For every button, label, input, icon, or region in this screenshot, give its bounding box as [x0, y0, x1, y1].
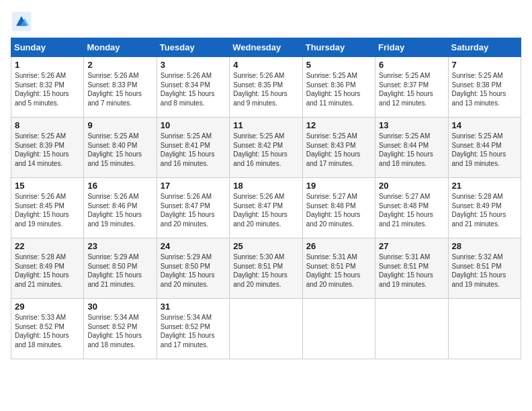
day-detail: Sunrise: 5:25 AM Sunset: 8:41 PM Dayligh…: [161, 132, 226, 168]
calendar-cell: 9 Sunrise: 5:25 AM Sunset: 8:40 PM Dayli…: [84, 118, 157, 178]
logo-icon: [11, 11, 32, 32]
day-number: 8: [15, 120, 80, 130]
day-detail: Sunrise: 5:30 AM Sunset: 8:51 PM Dayligh…: [233, 253, 298, 289]
day-number: 16: [87, 181, 152, 191]
calendar-cell: 5 Sunrise: 5:25 AM Sunset: 8:36 PM Dayli…: [302, 57, 375, 118]
day-number: 24: [161, 241, 226, 251]
calendar-week-row: 1 Sunrise: 5:26 AM Sunset: 8:32 PM Dayli…: [11, 57, 521, 118]
day-detail: Sunrise: 5:29 AM Sunset: 8:50 PM Dayligh…: [161, 253, 226, 289]
day-number: 18: [233, 181, 298, 191]
day-number: 14: [452, 120, 517, 130]
day-number: 27: [379, 241, 444, 251]
day-number: 11: [233, 120, 298, 130]
page-header: [11, 11, 521, 32]
day-detail: Sunrise: 5:28 AM Sunset: 8:49 PM Dayligh…: [15, 253, 80, 289]
calendar-cell: 12 Sunrise: 5:25 AM Sunset: 8:43 PM Dayl…: [302, 118, 375, 178]
weekday-header: Friday: [375, 38, 448, 57]
calendar-cell: 1 Sunrise: 5:26 AM Sunset: 8:32 PM Dayli…: [11, 57, 84, 118]
day-detail: Sunrise: 5:26 AM Sunset: 8:47 PM Dayligh…: [233, 192, 298, 228]
weekday-header: Saturday: [448, 38, 521, 57]
day-number: 28: [452, 241, 517, 251]
day-detail: Sunrise: 5:31 AM Sunset: 8:51 PM Dayligh…: [379, 253, 444, 289]
day-number: 30: [87, 302, 152, 312]
day-detail: Sunrise: 5:28 AM Sunset: 8:49 PM Dayligh…: [452, 192, 517, 228]
calendar-cell: 10 Sunrise: 5:25 AM Sunset: 8:41 PM Dayl…: [157, 118, 229, 178]
calendar-cell: 29 Sunrise: 5:33 AM Sunset: 8:52 PM Dayl…: [11, 299, 84, 359]
calendar-cell: 8 Sunrise: 5:25 AM Sunset: 8:39 PM Dayli…: [11, 118, 84, 178]
day-detail: Sunrise: 5:26 AM Sunset: 8:47 PM Dayligh…: [161, 192, 226, 228]
day-number: 22: [15, 241, 80, 251]
day-number: 1: [15, 60, 80, 70]
day-number: 29: [15, 302, 80, 312]
calendar-cell: 27 Sunrise: 5:31 AM Sunset: 8:51 PM Dayl…: [375, 238, 448, 299]
day-number: 4: [233, 60, 298, 70]
day-detail: Sunrise: 5:25 AM Sunset: 8:38 PM Dayligh…: [452, 71, 517, 107]
calendar-cell: 17 Sunrise: 5:26 AM Sunset: 8:47 PM Dayl…: [157, 178, 229, 238]
calendar-week-row: 29 Sunrise: 5:33 AM Sunset: 8:52 PM Dayl…: [11, 299, 521, 359]
day-number: 17: [161, 181, 226, 191]
calendar-cell: 2 Sunrise: 5:26 AM Sunset: 8:33 PM Dayli…: [84, 57, 157, 118]
calendar-cell: 3 Sunrise: 5:26 AM Sunset: 8:34 PM Dayli…: [157, 57, 229, 118]
day-detail: Sunrise: 5:26 AM Sunset: 8:34 PM Dayligh…: [161, 71, 226, 107]
day-detail: Sunrise: 5:29 AM Sunset: 8:50 PM Dayligh…: [87, 253, 152, 289]
day-number: 5: [306, 60, 371, 70]
calendar-cell: 19 Sunrise: 5:27 AM Sunset: 8:48 PM Dayl…: [302, 178, 375, 238]
calendar-cell: 13 Sunrise: 5:25 AM Sunset: 8:44 PM Dayl…: [375, 118, 448, 178]
day-detail: Sunrise: 5:25 AM Sunset: 8:43 PM Dayligh…: [306, 132, 371, 168]
calendar-cell: 26 Sunrise: 5:31 AM Sunset: 8:51 PM Dayl…: [302, 238, 375, 299]
weekday-header: Wednesday: [230, 38, 302, 57]
day-detail: Sunrise: 5:34 AM Sunset: 8:52 PM Dayligh…: [161, 313, 226, 349]
day-number: 26: [306, 241, 371, 251]
calendar-cell: [302, 299, 375, 359]
weekday-header-row: SundayMondayTuesdayWednesdayThursdayFrid…: [11, 38, 521, 57]
calendar-cell: 22 Sunrise: 5:28 AM Sunset: 8:49 PM Dayl…: [11, 238, 84, 299]
calendar-cell: [448, 299, 521, 359]
day-number: 15: [15, 181, 80, 191]
calendar-cell: 28 Sunrise: 5:32 AM Sunset: 8:51 PM Dayl…: [448, 238, 521, 299]
day-detail: Sunrise: 5:32 AM Sunset: 8:51 PM Dayligh…: [452, 253, 517, 289]
calendar-cell: 11 Sunrise: 5:25 AM Sunset: 8:42 PM Dayl…: [230, 118, 302, 178]
weekday-header: Thursday: [302, 38, 375, 57]
day-number: 7: [452, 60, 517, 70]
weekday-header: Monday: [84, 38, 157, 57]
calendar-cell: 24 Sunrise: 5:29 AM Sunset: 8:50 PM Dayl…: [157, 238, 229, 299]
day-detail: Sunrise: 5:34 AM Sunset: 8:52 PM Dayligh…: [87, 313, 152, 349]
day-number: 23: [87, 241, 152, 251]
logo: [11, 11, 35, 32]
day-detail: Sunrise: 5:25 AM Sunset: 8:40 PM Dayligh…: [87, 132, 152, 168]
day-detail: Sunrise: 5:25 AM Sunset: 8:44 PM Dayligh…: [379, 132, 444, 168]
calendar-cell: 6 Sunrise: 5:25 AM Sunset: 8:37 PM Dayli…: [375, 57, 448, 118]
calendar-cell: 25 Sunrise: 5:30 AM Sunset: 8:51 PM Dayl…: [230, 238, 302, 299]
calendar-cell: 18 Sunrise: 5:26 AM Sunset: 8:47 PM Dayl…: [230, 178, 302, 238]
day-number: 20: [379, 181, 444, 191]
day-detail: Sunrise: 5:31 AM Sunset: 8:51 PM Dayligh…: [306, 253, 371, 289]
calendar-cell: 15 Sunrise: 5:26 AM Sunset: 8:45 PM Dayl…: [11, 178, 84, 238]
day-number: 9: [87, 120, 152, 130]
calendar-cell: [230, 299, 302, 359]
calendar-cell: [375, 299, 448, 359]
calendar-cell: 14 Sunrise: 5:25 AM Sunset: 8:44 PM Dayl…: [448, 118, 521, 178]
day-detail: Sunrise: 5:25 AM Sunset: 8:44 PM Dayligh…: [452, 132, 517, 168]
day-number: 31: [161, 302, 226, 312]
day-detail: Sunrise: 5:25 AM Sunset: 8:42 PM Dayligh…: [233, 132, 298, 168]
calendar-week-row: 15 Sunrise: 5:26 AM Sunset: 8:45 PM Dayl…: [11, 178, 521, 238]
day-number: 19: [306, 181, 371, 191]
day-detail: Sunrise: 5:25 AM Sunset: 8:36 PM Dayligh…: [306, 71, 371, 107]
weekday-header: Tuesday: [157, 38, 229, 57]
day-number: 21: [452, 181, 517, 191]
calendar-cell: 20 Sunrise: 5:27 AM Sunset: 8:48 PM Dayl…: [375, 178, 448, 238]
calendar-cell: 4 Sunrise: 5:26 AM Sunset: 8:35 PM Dayli…: [230, 57, 302, 118]
day-detail: Sunrise: 5:27 AM Sunset: 8:48 PM Dayligh…: [379, 192, 444, 228]
calendar-cell: 16 Sunrise: 5:26 AM Sunset: 8:46 PM Dayl…: [84, 178, 157, 238]
calendar-cell: 30 Sunrise: 5:34 AM Sunset: 8:52 PM Dayl…: [84, 299, 157, 359]
calendar-cell: 7 Sunrise: 5:25 AM Sunset: 8:38 PM Dayli…: [448, 57, 521, 118]
day-number: 10: [161, 120, 226, 130]
day-number: 12: [306, 120, 371, 130]
day-number: 2: [87, 60, 152, 70]
calendar-cell: 31 Sunrise: 5:34 AM Sunset: 8:52 PM Dayl…: [157, 299, 229, 359]
day-detail: Sunrise: 5:26 AM Sunset: 8:33 PM Dayligh…: [87, 71, 152, 107]
day-detail: Sunrise: 5:33 AM Sunset: 8:52 PM Dayligh…: [15, 313, 80, 349]
day-detail: Sunrise: 5:26 AM Sunset: 8:32 PM Dayligh…: [15, 71, 80, 107]
day-detail: Sunrise: 5:25 AM Sunset: 8:37 PM Dayligh…: [379, 71, 444, 107]
calendar-week-row: 8 Sunrise: 5:25 AM Sunset: 8:39 PM Dayli…: [11, 118, 521, 178]
